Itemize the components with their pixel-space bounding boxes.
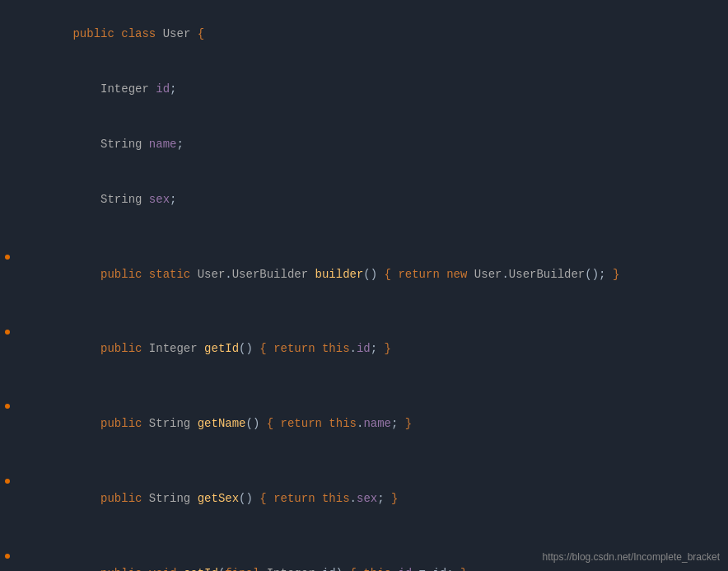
code-line-blank1: [0, 227, 728, 247]
line-dot-setId: [5, 554, 10, 559]
line-content-4: String sex;: [15, 173, 176, 227]
gutter-getName: [0, 404, 15, 409]
line-content-blank3: [15, 378, 38, 396]
code-line-getName: public String getName() { return this.na…: [0, 396, 728, 452]
code-line-blank2: [0, 302, 728, 322]
code-line-getSex: public String getSex() { return this.sex…: [0, 471, 728, 527]
line-dot-getId: [5, 330, 10, 335]
code-line-blank3: [0, 377, 728, 397]
code-line-4: String sex;: [0, 172, 728, 227]
line-dot-getName: [5, 404, 10, 409]
field-name: name: [149, 138, 177, 151]
brace-open: {: [198, 27, 204, 40]
gutter-6: [0, 255, 15, 260]
line-dot-getSex: [5, 479, 10, 484]
code-line-getId: public Integer getId() { return this.id;…: [0, 322, 728, 377]
line-content-setId: public void setId(final Integer id) { th…: [15, 547, 467, 571]
line-content-3: String name;: [15, 118, 184, 171]
line-content-2: Integer id;: [15, 63, 176, 116]
keyword-class: class: [121, 27, 156, 40]
line-content-1: public class User {: [15, 7, 204, 61]
line-content-6: public static User.UserBuilder builder()…: [15, 248, 619, 302]
keyword-public: public: [72, 27, 114, 40]
code-line-blank4: [0, 452, 728, 472]
code-line-blank5: [0, 527, 728, 546]
line-content-getName: public String getName() { return this.na…: [15, 397, 412, 451]
line-dot-6: [5, 255, 10, 260]
line-content-blank4: [15, 453, 38, 471]
line-content-blank2: [15, 303, 38, 321]
line-content-getSex: public String getSex() { return this.sex…: [15, 472, 398, 526]
field-sex: sex: [149, 193, 170, 206]
code-line-1: public class User {: [0, 7, 728, 62]
code-line-6: public static User.UserBuilder builder()…: [0, 247, 728, 302]
line-content-getId: public Integer getId() { return this.id;…: [15, 323, 391, 377]
line-content-blank5: [15, 527, 38, 545]
field-id: id: [156, 82, 170, 96]
type-string-2: String: [100, 193, 142, 206]
gutter-getId: [0, 330, 15, 335]
gutter-getSex: [0, 479, 15, 484]
watermark: https://blog.csdn.net/Incomplete_bracket: [543, 551, 720, 563]
code-line-2: Integer id;: [0, 62, 728, 117]
class-name: User: [163, 27, 191, 40]
type-string-1: String: [100, 138, 142, 151]
gutter-setId: [0, 554, 15, 559]
line-content-blank1: [15, 228, 38, 246]
code-line-3: String name;: [0, 117, 728, 172]
code-editor: public class User { Integer id; String n…: [0, 0, 728, 571]
type-integer: Integer: [100, 82, 149, 96]
